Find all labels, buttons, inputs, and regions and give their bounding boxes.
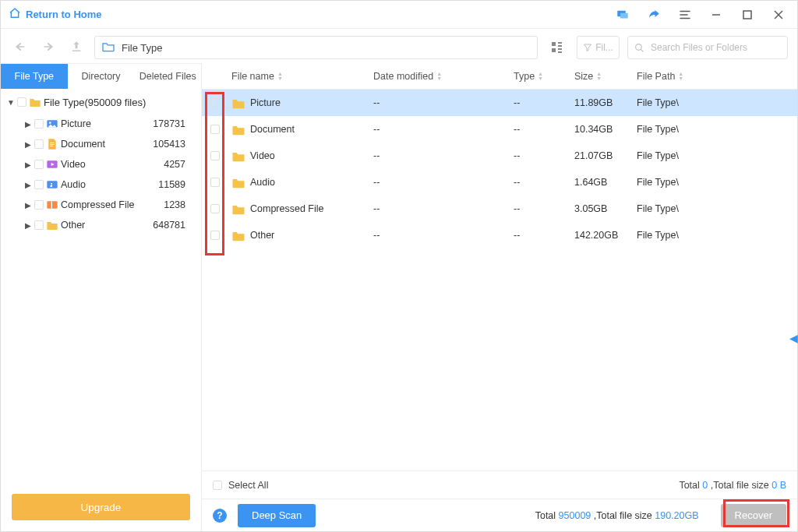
tab-deleted-files[interactable]: Deleted Files bbox=[134, 64, 201, 89]
cell-path: File Type\ bbox=[637, 203, 797, 214]
feedback-icon[interactable] bbox=[612, 4, 634, 26]
checkbox[interactable] bbox=[34, 139, 44, 149]
export-icon[interactable] bbox=[66, 40, 87, 56]
table-row[interactable]: Video----21.07GBFile Type\ bbox=[202, 143, 797, 169]
table-row[interactable]: Picture----11.89GBFile Type\ bbox=[202, 90, 797, 116]
checkbox[interactable] bbox=[210, 125, 220, 134]
tab-file-type[interactable]: File Type bbox=[1, 64, 68, 89]
view-grid-icon[interactable] bbox=[546, 36, 569, 59]
selection-total: Total 0 ,Total file size 0 B bbox=[679, 480, 786, 491]
recover-button[interactable]: Recover bbox=[721, 504, 786, 527]
cell-type: -- bbox=[514, 124, 574, 135]
close-button[interactable] bbox=[768, 4, 789, 26]
tree-item[interactable]: ▶Video4257 bbox=[1, 154, 201, 174]
share-icon[interactable] bbox=[643, 4, 665, 26]
tree-item-count: 178731 bbox=[153, 118, 201, 129]
scan-total: Total 950009 ,Total file size 190.20GB bbox=[535, 510, 699, 521]
col-header-type[interactable]: Type▲▼ bbox=[514, 71, 574, 82]
tree-item[interactable]: ▶Compressed File1238 bbox=[1, 195, 201, 215]
minimize-button[interactable] bbox=[705, 4, 727, 26]
chevron-down-icon[interactable]: ▼ bbox=[7, 98, 15, 107]
svg-rect-15 bbox=[558, 51, 562, 53]
maximize-button[interactable] bbox=[736, 4, 758, 26]
cell-type: -- bbox=[514, 150, 574, 161]
tree-item[interactable]: ▶Document105413 bbox=[1, 134, 201, 154]
cell-date: -- bbox=[373, 97, 514, 108]
sort-icon: ▲▼ bbox=[538, 72, 543, 81]
checkbox[interactable] bbox=[210, 151, 220, 160]
table-row[interactable]: Other----142.20GBFile Type\ bbox=[202, 222, 797, 248]
collapse-panel-icon[interactable]: ◀ bbox=[789, 332, 798, 344]
search-input[interactable] bbox=[649, 41, 781, 54]
checkbox[interactable] bbox=[210, 231, 220, 240]
cell-size: 1.64GB bbox=[574, 177, 637, 188]
checkbox[interactable] bbox=[34, 180, 44, 189]
cell-path: File Type\ bbox=[637, 177, 797, 188]
checkbox[interactable] bbox=[210, 204, 220, 213]
menu-icon[interactable] bbox=[674, 4, 696, 26]
cell-path: File Type\ bbox=[637, 97, 797, 108]
cell-path: File Type\ bbox=[637, 150, 797, 161]
tree-root[interactable]: ▼ File Type(950009 files) bbox=[1, 90, 201, 114]
chevron-right-icon[interactable]: ▶ bbox=[24, 120, 32, 129]
cell-name: Document bbox=[250, 124, 295, 135]
upgrade-button[interactable]: Upgrade bbox=[12, 494, 190, 520]
checkbox[interactable] bbox=[210, 178, 220, 187]
col-header-size[interactable]: Size▲▼ bbox=[574, 71, 637, 82]
search-input-wrap[interactable] bbox=[627, 36, 788, 59]
svg-rect-1 bbox=[620, 12, 628, 18]
tree-item-label: Video bbox=[61, 159, 86, 170]
cell-size: 10.34GB bbox=[574, 124, 637, 135]
cell-type: -- bbox=[514, 203, 574, 214]
table-row[interactable]: Audio----1.64GBFile Type\ bbox=[202, 169, 797, 196]
filter-button[interactable]: Fil... bbox=[577, 36, 620, 59]
cell-name: Other bbox=[250, 230, 274, 241]
tree-item[interactable]: ▶Other648781 bbox=[1, 215, 201, 235]
chevron-right-icon[interactable]: ▶ bbox=[24, 221, 32, 230]
tab-directory[interactable]: Directory bbox=[68, 64, 135, 89]
col-header-name[interactable]: File name▲▼ bbox=[228, 71, 373, 82]
checkbox[interactable] bbox=[34, 119, 44, 129]
select-all-label: Select All bbox=[228, 480, 268, 491]
checkbox[interactable] bbox=[34, 200, 44, 210]
table-row[interactable]: Compressed File----3.05GBFile Type\ bbox=[202, 196, 797, 222]
breadcrumb-label: File Type bbox=[122, 42, 163, 54]
picture-icon bbox=[46, 118, 58, 130]
cell-name: Picture bbox=[250, 97, 281, 108]
return-home-link[interactable]: Return to Home bbox=[9, 7, 102, 22]
svg-rect-9 bbox=[72, 50, 81, 51]
tree-item[interactable]: ▶Picture178731 bbox=[1, 114, 201, 134]
svg-rect-21 bbox=[50, 144, 54, 145]
checkbox[interactable] bbox=[17, 97, 26, 107]
back-icon[interactable] bbox=[10, 41, 30, 55]
deep-scan-button[interactable]: Deep Scan bbox=[238, 504, 316, 527]
select-all-checkbox[interactable] bbox=[213, 481, 222, 490]
compressed-icon bbox=[46, 199, 58, 211]
breadcrumb[interactable]: File Type bbox=[94, 36, 538, 59]
forward-icon[interactable] bbox=[38, 41, 58, 55]
checkbox[interactable] bbox=[34, 220, 44, 230]
checkbox[interactable] bbox=[210, 98, 220, 107]
chevron-right-icon[interactable]: ▶ bbox=[24, 181, 32, 189]
chevron-right-icon[interactable]: ▶ bbox=[24, 140, 32, 149]
col-header-path[interactable]: File Path▲▼ bbox=[637, 71, 797, 82]
cell-name: Compressed File bbox=[250, 203, 323, 214]
help-icon[interactable]: ? bbox=[213, 509, 227, 523]
svg-rect-22 bbox=[50, 146, 53, 146]
cell-type: -- bbox=[514, 177, 574, 188]
tree-item[interactable]: ▶Audio11589 bbox=[1, 174, 201, 195]
chevron-right-icon[interactable]: ▶ bbox=[24, 160, 32, 169]
svg-rect-14 bbox=[558, 48, 562, 50]
tree-item-label: Document bbox=[61, 139, 105, 150]
svg-rect-12 bbox=[558, 42, 562, 44]
cell-path: File Type\ bbox=[637, 124, 797, 135]
chevron-right-icon[interactable]: ▶ bbox=[24, 201, 32, 210]
svg-rect-10 bbox=[552, 42, 556, 46]
col-header-date[interactable]: Date modified▲▼ bbox=[373, 71, 514, 82]
cell-date: -- bbox=[373, 203, 514, 214]
checkbox[interactable] bbox=[34, 160, 44, 169]
svg-rect-11 bbox=[552, 48, 556, 52]
tree: ▼ File Type(950009 files) ▶Picture178731… bbox=[1, 89, 201, 486]
svg-point-19 bbox=[49, 122, 51, 124]
table-row[interactable]: Document----10.34GBFile Type\ bbox=[202, 116, 797, 143]
